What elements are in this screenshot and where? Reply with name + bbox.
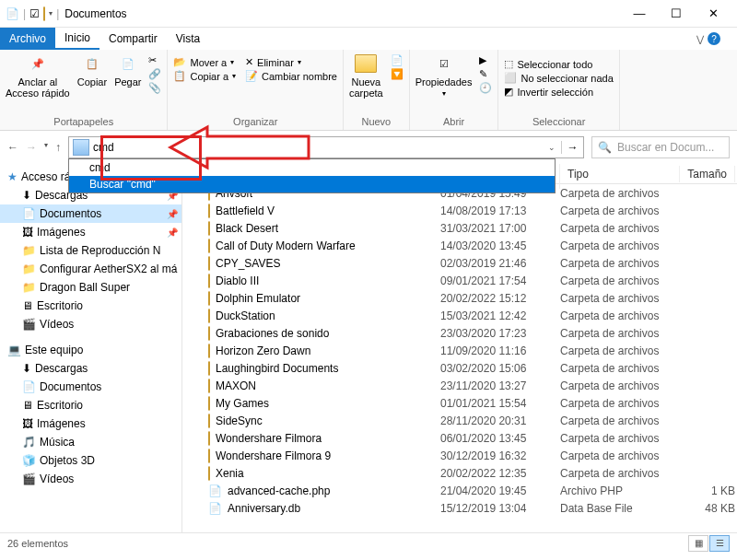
ribbon-group-new: Nueva carpeta 📄 🔽 Nuevo: [344, 50, 410, 130]
delete-button[interactable]: ✕Eliminar ▾: [245, 56, 337, 68]
tab-share[interactable]: Compartir: [99, 28, 167, 50]
up-button[interactable]: ↑: [55, 141, 61, 154]
table-row[interactable]: Call of Duty Modern Warfare14/03/2020 13…: [182, 237, 737, 254]
tree-this-pc[interactable]: 💻Este equipo: [0, 341, 181, 359]
sidebar-item[interactable]: 📁Lista de Reproducción N: [0, 241, 181, 260]
sidebar-item[interactable]: 📁Dragon Ball Super: [0, 278, 181, 297]
edit-button[interactable]: ✎: [479, 68, 492, 80]
collapse-ribbon-icon[interactable]: ⋁: [696, 34, 704, 44]
paste-button[interactable]: 📄Pegar: [114, 52, 141, 88]
invert-selection-button[interactable]: ◩Invertir selección: [504, 86, 613, 98]
table-row[interactable]: Horizon Zero Dawn11/09/2020 11:16Carpeta…: [182, 342, 737, 359]
qat-menu-icon[interactable]: ▾: [49, 9, 53, 18]
file-icon: [208, 274, 210, 287]
table-row[interactable]: Battlefield V14/08/2019 17:13Carpeta de …: [182, 202, 737, 219]
copy-path-button[interactable]: 🔗: [148, 68, 161, 80]
back-button[interactable]: ←: [7, 141, 18, 154]
dropdown-item-cmd[interactable]: cmd: [69, 159, 555, 176]
search-icon: 🔍: [598, 141, 612, 154]
ribbon-group-open: ☑Propiedades▾ ▶ ✎ 🕘 Abrir: [410, 50, 499, 130]
recent-menu[interactable]: ▾: [44, 141, 48, 154]
sidebar-item[interactable]: 🧊Objetos 3D: [0, 451, 181, 470]
column-header-size[interactable]: Tamaño: [680, 166, 735, 182]
table-row[interactable]: Black Desert31/03/2021 17:00Carpeta de a…: [182, 219, 737, 237]
search-input[interactable]: 🔍 Buscar en Docum...: [591, 136, 730, 158]
properties-button[interactable]: ☑Propiedades▾: [415, 52, 473, 98]
tab-home[interactable]: Inicio: [55, 28, 99, 50]
table-row[interactable]: CPY_SAVES02/03/2019 21:46Carpeta de arch…: [182, 254, 737, 272]
view-thumbnails-button[interactable]: ▦: [688, 535, 708, 552]
view-details-button[interactable]: ☰: [709, 535, 730, 552]
item-icon: 🖥: [22, 399, 33, 412]
address-dropdown: cmd Buscar "cmd": [68, 158, 556, 193]
copy-to-button[interactable]: 📋Copiar a ▾: [173, 70, 236, 82]
rename-button[interactable]: 📝Cambiar nombre: [245, 70, 337, 82]
table-row[interactable]: Wondershare Filmora06/01/2020 13:45Carpe…: [182, 429, 737, 447]
nav-sidebar[interactable]: ★Acceso rápido ⬇Descargas📌📄Documentos📌🖼I…: [0, 164, 182, 532]
item-icon: 🧊: [22, 454, 36, 467]
forward-button[interactable]: →: [26, 141, 37, 154]
column-header-type[interactable]: Tipo: [560, 166, 680, 182]
select-none-button[interactable]: ⬜No seleccionar nada: [504, 72, 613, 84]
table-row[interactable]: My Games01/01/2021 15:54Carpeta de archi…: [182, 394, 737, 412]
sidebar-item[interactable]: 🖥Escritorio: [0, 297, 181, 315]
item-icon: 📁: [22, 262, 36, 275]
table-row[interactable]: MAXON23/11/2020 13:27Carpeta de archivos: [182, 377, 737, 394]
sidebar-item[interactable]: 🖼Imágenes: [0, 414, 181, 433]
minimize-button[interactable]: —: [621, 1, 658, 27]
item-icon: 🖥: [22, 299, 33, 312]
copy-button[interactable]: 📋Copiar: [77, 52, 107, 88]
sidebar-item[interactable]: 🎵Música: [0, 433, 181, 451]
open-button[interactable]: ▶: [479, 54, 492, 66]
sidebar-item[interactable]: 📄Documentos: [0, 378, 181, 396]
table-row[interactable]: DuckStation15/03/2021 12:42Carpeta de ar…: [182, 307, 737, 324]
tab-file[interactable]: Archivo: [0, 28, 55, 50]
cut-icon: ✂: [148, 54, 157, 66]
table-row[interactable]: Diablo III09/01/2021 17:54Carpeta de arc…: [182, 272, 737, 289]
table-row[interactable]: 📄advanced-cache.php21/04/2020 19:45Archi…: [182, 482, 737, 499]
file-list[interactable]: Nombre Fecha de modificación Tipo Tamaño…: [182, 164, 737, 532]
select-all-button[interactable]: ⬚Seleccionar todo: [504, 58, 613, 70]
dropdown-item-search[interactable]: Buscar "cmd": [69, 176, 555, 192]
tab-view[interactable]: Vista: [167, 28, 209, 50]
item-icon: ⬇: [22, 362, 31, 375]
titlebar: 📄 | ☑ ▾ | Documentos — ☐ ✕: [0, 0, 737, 28]
item-icon: 🎵: [22, 436, 36, 449]
item-count: 26 elementos: [7, 538, 68, 549]
properties-qat-icon[interactable]: ☑: [29, 7, 40, 20]
delete-icon: ✕: [245, 56, 253, 68]
new-item-button[interactable]: 📄: [391, 54, 404, 66]
table-row[interactable]: Laughingbird Documents03/02/2020 15:06Ca…: [182, 359, 737, 377]
history-button[interactable]: 🕘: [479, 82, 492, 94]
easy-access-button[interactable]: 🔽: [391, 68, 404, 80]
go-button[interactable]: →: [561, 141, 583, 154]
address-input[interactable]: [93, 141, 543, 154]
maximize-button[interactable]: ☐: [658, 1, 695, 27]
table-row[interactable]: 📄Anniversary.db15/12/2019 13:04Data Base…: [182, 499, 737, 517]
move-icon: 📂: [173, 56, 186, 68]
sidebar-item[interactable]: 📄Documentos📌: [0, 204, 181, 223]
move-to-button[interactable]: 📂Mover a ▾: [173, 56, 236, 68]
paste-shortcut-button[interactable]: 📎: [148, 82, 161, 94]
address-dropdown-icon[interactable]: ⌄: [543, 143, 561, 152]
close-button[interactable]: ✕: [695, 1, 731, 27]
folder-qat-icon[interactable]: [43, 7, 45, 20]
table-row[interactable]: Xenia20/02/2022 12:35Carpeta de archivos: [182, 464, 737, 482]
sidebar-item[interactable]: 🖼Imágenes📌: [0, 223, 181, 241]
pin-to-quick-button[interactable]: 📌Anclar al Acceso rápido: [6, 52, 70, 99]
sidebar-item[interactable]: ⬇Descargas: [0, 359, 181, 378]
table-row[interactable]: Grabaciones de sonido23/03/2020 17:23Car…: [182, 324, 737, 342]
new-folder-button[interactable]: Nueva carpeta: [349, 52, 383, 99]
table-row[interactable]: Dolphin Emulator20/02/2022 15:12Carpeta …: [182, 289, 737, 307]
sidebar-item[interactable]: 🎬Vídeos: [0, 470, 181, 488]
sidebar-item[interactable]: 📁Configurar AetherSX2 al má: [0, 260, 181, 278]
table-row[interactable]: Wondershare Filmora 930/12/2019 16:32Car…: [182, 447, 737, 464]
item-icon: 🖼: [22, 417, 33, 430]
sidebar-item[interactable]: 🖥Escritorio: [0, 396, 181, 414]
table-row[interactable]: SideSync28/11/2020 20:31Carpeta de archi…: [182, 412, 737, 429]
main-area: ★Acceso rápido ⬇Descargas📌📄Documentos📌🖼I…: [0, 164, 737, 532]
sidebar-item[interactable]: 🎬Vídeos: [0, 315, 181, 333]
cut-button[interactable]: ✂: [148, 54, 161, 66]
address-bar[interactable]: ⌄ → cmd Buscar "cmd": [68, 136, 584, 158]
help-icon[interactable]: ?: [708, 32, 720, 45]
